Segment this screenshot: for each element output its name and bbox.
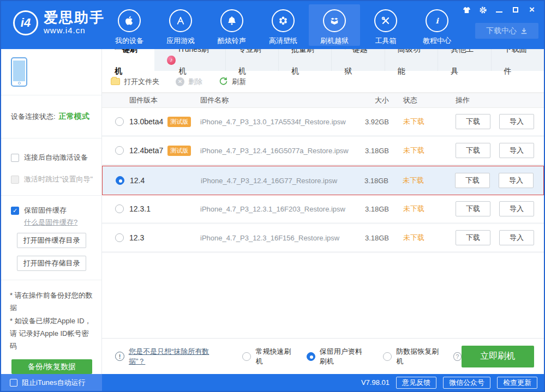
nav-item-apps-games[interactable]: 应用游戏 bbox=[155, 4, 206, 46]
nav-item-toolbox[interactable]: 工具箱 bbox=[360, 4, 411, 46]
refresh-button[interactable]: 刷新 bbox=[219, 77, 246, 87]
settings-gear-icon[interactable] bbox=[478, 5, 487, 14]
open-firmware-storage-dir-button[interactable]: 打开固件存储目录 bbox=[17, 256, 86, 271]
itunes-icon: ♪ bbox=[167, 56, 175, 65]
skin-icon[interactable] bbox=[462, 5, 471, 14]
close-icon[interactable]: × bbox=[528, 5, 536, 14]
flash-action-bar: ! 您是不是只想“抹除所有数据”？ 常规快速刷机 保留用户资料刷机 防数据恢复刷… bbox=[102, 338, 544, 374]
feedback-button[interactable]: 意见反馈 bbox=[396, 377, 436, 389]
backup-restore-button[interactable]: 备份/恢复数据 bbox=[11, 359, 92, 374]
flash-mode-options: 常规快速刷机 保留用户资料刷机 防数据恢复刷机 ? bbox=[242, 347, 461, 366]
minimize-icon[interactable] bbox=[495, 5, 504, 14]
option-normal-fast-flash[interactable]: 常规快速刷机 bbox=[242, 347, 292, 366]
firmware-list: 13.0beta4 测试版 iPhone_4.7_P3_13.0_17A5534… bbox=[102, 108, 544, 338]
checkbox-auto-activate[interactable]: 连接后自动激活设备 bbox=[11, 153, 101, 162]
nav-item-tutorials[interactable]: i 教程中心 bbox=[411, 4, 463, 46]
download-button[interactable]: 下载 bbox=[455, 173, 490, 188]
wallpaper-icon bbox=[272, 9, 295, 32]
checkbox-icon[interactable] bbox=[11, 176, 19, 184]
table-row[interactable]: 12.3.1 iPhone_4.7_P3_12.3.1_16F203_Resto… bbox=[102, 195, 544, 224]
firmware-version: 12.4 bbox=[130, 176, 145, 185]
option-keep-user-data-flash[interactable]: 保留用户资料刷机 bbox=[307, 347, 369, 366]
backup-note-2: * 如设备已绑定Apple ID，请 记录好Apple ID帐号密码 bbox=[10, 315, 94, 352]
import-button[interactable]: 导入 bbox=[499, 201, 534, 216]
toolbar: 打开文件夹 ✕ 删除 刷新 bbox=[102, 71, 544, 93]
radio-unchecked-icon[interactable] bbox=[115, 204, 124, 213]
flash-now-button[interactable]: 立即刷机 bbox=[462, 346, 534, 367]
radio-unchecked-icon[interactable] bbox=[383, 352, 392, 361]
radio-unchecked-icon[interactable] bbox=[115, 117, 124, 126]
nav-item-flash-jailbreak[interactable]: 刷机越狱 bbox=[309, 4, 360, 46]
firmware-version: 12.4beta7 bbox=[129, 146, 163, 155]
wechat-official-account-button[interactable]: 微信公众号 bbox=[443, 377, 490, 389]
checkbox-label: 保留固件缓存 bbox=[24, 206, 67, 215]
appstore-icon bbox=[169, 9, 192, 32]
radio-checked-icon[interactable] bbox=[307, 352, 315, 361]
firmware-size: 3.92GB bbox=[356, 118, 389, 126]
open-folder-button[interactable]: 打开文件夹 bbox=[111, 77, 159, 87]
firmware-size: 3.18GB bbox=[356, 205, 389, 213]
tab-bar: 一键刷机 ♪ iTunes刷机 专业刷机 批量刷机 一键越狱 高级功能 其他工具… bbox=[102, 49, 544, 71]
tab-batch-flash[interactable]: 批量刷机 bbox=[279, 49, 332, 71]
import-button[interactable]: 导入 bbox=[499, 173, 534, 188]
checkbox-label: 阻止iTunes自动运行 bbox=[22, 378, 86, 388]
checkbox-keep-firmware-cache[interactable]: 保留固件缓存 bbox=[11, 206, 101, 215]
beta-badge: 测试版 bbox=[167, 146, 191, 156]
checkbox-skip-setup[interactable]: 激活时跳过"设置向导" bbox=[11, 174, 101, 184]
import-button[interactable]: 导入 bbox=[499, 114, 534, 129]
tab-advanced[interactable]: 高级功能 bbox=[385, 49, 438, 71]
nav-item-ringtones[interactable]: 酷炫铃声 bbox=[206, 4, 257, 46]
open-firmware-cache-dir-button[interactable]: 打开固件缓存目录 bbox=[17, 233, 86, 248]
svg-text:i: i bbox=[435, 16, 439, 25]
tab-other-tools[interactable]: 其他工具 bbox=[438, 49, 491, 71]
what-is-firmware-cache-link[interactable]: 什么是固件缓存? bbox=[24, 218, 77, 227]
tool-label: 打开文件夹 bbox=[124, 77, 159, 87]
firmware-version: 12.3 bbox=[129, 233, 144, 242]
main-panel: 一键刷机 ♪ iTunes刷机 专业刷机 批量刷机 一键越狱 高级功能 其他工具… bbox=[102, 49, 544, 374]
download-button[interactable]: 下载 bbox=[456, 230, 490, 245]
tab-one-click-flash[interactable]: 一键刷机 bbox=[102, 49, 154, 71]
nav-item-wallpapers[interactable]: 高清壁纸 bbox=[257, 4, 309, 46]
nav-label: 应用游戏 bbox=[166, 36, 195, 46]
app-version: V7.98.01 bbox=[361, 378, 390, 387]
option-label: 防数据恢复刷机 bbox=[396, 347, 439, 366]
firmware-size: 3.18GB bbox=[356, 147, 389, 155]
tab-pro-flash[interactable]: 专业刷机 bbox=[226, 49, 279, 71]
check-update-button[interactable]: 检查更新 bbox=[497, 377, 537, 389]
download-button[interactable]: 下载 bbox=[456, 143, 490, 158]
radio-checked-icon[interactable] bbox=[116, 176, 124, 185]
table-row[interactable]: 13.0beta4 测试版 iPhone_4.7_P3_13.0_17A5534… bbox=[102, 108, 544, 137]
maximize-icon[interactable] bbox=[511, 5, 520, 14]
checkbox-checked-icon[interactable] bbox=[11, 207, 19, 215]
block-itunes-checkbox[interactable]: 阻止iTunes自动运行 bbox=[1, 374, 102, 391]
download-button[interactable]: 下载 bbox=[456, 201, 490, 216]
refresh-icon bbox=[219, 77, 228, 86]
import-button[interactable]: 导入 bbox=[499, 143, 534, 158]
download-button[interactable]: 下载 bbox=[456, 114, 490, 129]
tab-one-click-jailbreak[interactable]: 一键越狱 bbox=[332, 49, 385, 71]
app-logo: i4 爱思助手 www.i4.cn bbox=[13, 10, 105, 35]
radio-unchecked-icon[interactable] bbox=[115, 146, 124, 155]
radio-unchecked-icon[interactable] bbox=[115, 233, 124, 242]
checkbox-icon[interactable] bbox=[11, 154, 19, 162]
radio-unchecked-icon[interactable] bbox=[242, 352, 251, 361]
table-row[interactable]: 12.4beta7 测试版 iPhone_4.7_P3_12.4_16G5077… bbox=[102, 137, 544, 166]
checkbox-icon[interactable] bbox=[10, 379, 17, 387]
nav-item-my-device[interactable]: 我的设备 bbox=[104, 4, 155, 46]
tab-download-firmware[interactable]: 下载固件 bbox=[492, 49, 544, 71]
erase-all-data-link[interactable]: 您是不是只想“抹除所有数据”？ bbox=[129, 347, 217, 366]
firmware-version: 12.3.1 bbox=[129, 204, 151, 213]
table-row-selected[interactable]: 12.4 iPhone_4.7_P3_12.4_16G77_Restore.ip… bbox=[102, 166, 544, 195]
download-center-button[interactable]: 下载中心 bbox=[475, 23, 538, 39]
firmware-version: 13.0beta4 bbox=[129, 117, 163, 126]
firmware-name: iPhone_4.7_P3_12.3_16F156_Restore.ipsw bbox=[200, 234, 356, 242]
nav-label: 高清壁纸 bbox=[269, 36, 297, 46]
delete-button[interactable]: ✕ 删除 bbox=[176, 77, 202, 87]
app-title: 爱思助手 bbox=[44, 10, 105, 25]
question-icon[interactable]: ? bbox=[453, 352, 462, 361]
import-button[interactable]: 导入 bbox=[499, 230, 534, 245]
option-anti-data-recovery-flash[interactable]: 防数据恢复刷机 bbox=[383, 347, 439, 366]
tab-itunes-flash[interactable]: ♪ iTunes刷机 bbox=[154, 49, 225, 71]
tool-label: 删除 bbox=[188, 77, 202, 87]
table-row[interactable]: 12.3 iPhone_4.7_P3_12.3_16F156_Restore.i… bbox=[102, 224, 544, 253]
